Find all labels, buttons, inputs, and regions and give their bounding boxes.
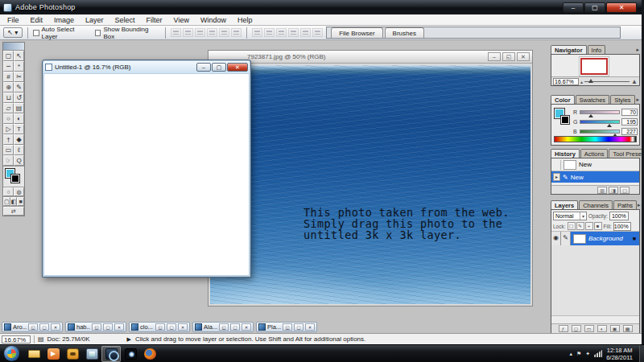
- minimize-button[interactable]: –: [488, 52, 501, 61]
- tab-paths[interactable]: Paths: [613, 200, 637, 209]
- minimized-document-0[interactable]: Aro...◱▢✕: [2, 322, 63, 332]
- zoom-slider[interactable]: [584, 81, 630, 82]
- close-button[interactable]: ✕: [305, 323, 315, 331]
- green-value[interactable]: 195: [621, 118, 638, 125]
- mask-mode-button-0[interactable]: ○: [3, 187, 14, 196]
- restore-button[interactable]: ◱: [283, 323, 292, 331]
- status-zoom-field[interactable]: 16.67%: [2, 335, 31, 343]
- show-desktop-button[interactable]: [639, 345, 644, 362]
- close-button[interactable]: ✕: [227, 63, 248, 72]
- tab-history[interactable]: History: [551, 149, 580, 158]
- menu-item-file[interactable]: File: [2, 14, 25, 26]
- close-button[interactable]: ✕: [517, 52, 530, 61]
- tool-slice[interactable]: ✂: [14, 72, 24, 82]
- lock-toggle-1[interactable]: ✎: [576, 222, 584, 230]
- tool-pen[interactable]: †: [3, 134, 14, 145]
- maximize-button[interactable]: ▢: [167, 323, 176, 331]
- restore-button[interactable]: ◱: [219, 323, 229, 331]
- blue-slider[interactable]: [580, 130, 620, 134]
- tool-path-selection[interactable]: ▷: [3, 124, 14, 134]
- red-value[interactable]: 70: [621, 109, 638, 116]
- delete-layer-button[interactable]: ▦: [623, 325, 633, 332]
- align-button-5[interactable]: [231, 28, 242, 37]
- tool-rectangular-marquee[interactable]: ▢: [3, 51, 14, 61]
- tab-swatches[interactable]: Swatches: [576, 95, 610, 104]
- document-window-ocean[interactable]: 7923871.jpg @ 50% (RGB) – ◱ ✕ This photo…: [208, 50, 533, 306]
- menu-item-image[interactable]: Image: [48, 14, 80, 26]
- set-source-column[interactable]: [553, 160, 561, 170]
- tool-eraser[interactable]: ▱: [3, 103, 14, 113]
- taskbar-clock[interactable]: 12:18 AM 6/28/2011: [606, 347, 633, 361]
- action-center-flag-icon[interactable]: ⚑: [576, 351, 581, 357]
- history-snapshot-row[interactable]: New: [551, 158, 639, 171]
- lock-toggle-3[interactable]: ■: [594, 222, 602, 230]
- screen-mode-button-0[interactable]: ▢: [3, 197, 10, 206]
- menu-item-select[interactable]: Select: [109, 14, 141, 26]
- menu-item-filter[interactable]: Filter: [141, 14, 168, 26]
- navigator-zoom-field[interactable]: 16.67%: [553, 78, 579, 85]
- minimized-document-1[interactable]: hab...◱▢✕: [65, 322, 126, 332]
- doc-size-text[interactable]: Doc: 25.7M/0K: [47, 335, 90, 343]
- tool-crop[interactable]: #: [3, 72, 14, 82]
- document-window-untitled[interactable]: Untitled-1 @ 16.7% (RGB) – ▢ ✕: [42, 60, 251, 278]
- minimized-document-4[interactable]: Pla...◱▢✕: [256, 322, 317, 332]
- opacity-field[interactable]: 100%: [609, 212, 629, 220]
- close-button[interactable]: ✕: [606, 2, 637, 13]
- menu-item-edit[interactable]: Edit: [25, 14, 49, 26]
- taskbar-icon-image-viewer[interactable]: [82, 346, 101, 362]
- ocean-photo[interactable]: This photo taken from the web.Simply dra…: [210, 65, 530, 304]
- close-button[interactable]: ✕: [51, 323, 60, 331]
- fill-field[interactable]: 100%: [613, 222, 631, 231]
- titlebar[interactable]: Adobe Photoshop – ▢ ✕: [0, 0, 642, 14]
- new-layer-button[interactable]: ▣: [610, 325, 620, 332]
- navigator-thumbnail[interactable]: [579, 56, 609, 76]
- green-slider[interactable]: [580, 120, 620, 124]
- background-color-swatch[interactable]: [10, 174, 20, 183]
- visibility-eye-icon[interactable]: ◉: [551, 232, 561, 245]
- maximize-button[interactable]: ▢: [584, 2, 605, 13]
- maximize-button[interactable]: ▢: [230, 323, 240, 331]
- maximize-button[interactable]: ▢: [39, 323, 49, 331]
- distribute-button-3[interactable]: [288, 28, 299, 37]
- tool-move[interactable]: ↖: [14, 51, 24, 61]
- tool-type[interactable]: T: [14, 124, 24, 134]
- align-button-3[interactable]: [207, 28, 217, 37]
- tool-clone-stamp[interactable]: ⊔: [3, 93, 14, 103]
- toolbox-header[interactable]: [3, 43, 24, 51]
- zoom-out-icon[interactable]: ▴: [580, 79, 583, 84]
- align-button-1[interactable]: [183, 28, 193, 37]
- distribute-button-1[interactable]: [264, 28, 275, 37]
- lock-toggle-2[interactable]: +: [585, 222, 593, 230]
- restore-button[interactable]: ◱: [92, 323, 101, 331]
- minimized-document-2[interactable]: clo...◱▢✕: [129, 322, 190, 332]
- tool-history-brush[interactable]: ↺: [14, 93, 24, 103]
- minimize-button[interactable]: –: [196, 63, 211, 72]
- snapshot-thumbnail[interactable]: [564, 160, 576, 170]
- untitled-titlebar[interactable]: Untitled-1 @ 16.7% (RGB) – ▢ ✕: [43, 61, 250, 73]
- tool-dodge[interactable]: ◐: [14, 113, 24, 124]
- new-document-from-state-button[interactable]: ▥: [597, 187, 607, 194]
- palette-menu-icon[interactable]: ▸: [638, 200, 642, 209]
- layer-style-button[interactable]: ƒ: [559, 325, 568, 332]
- adjustment-layer-button[interactable]: ◐: [597, 325, 607, 332]
- tray-expand-icon[interactable]: ▴: [570, 351, 573, 357]
- layer-group-button[interactable]: ▭: [584, 325, 594, 332]
- layer-thumbnail[interactable]: [573, 234, 586, 244]
- menu-item-help[interactable]: Help: [232, 14, 258, 26]
- palette-menu-icon[interactable]: ▸: [636, 95, 640, 104]
- layer-mask-button[interactable]: ◻: [572, 325, 581, 332]
- taskbar-icon-explorer[interactable]: [24, 346, 43, 362]
- tab-actions[interactable]: Actions: [580, 149, 609, 158]
- navigator-view-box[interactable]: [580, 58, 608, 75]
- taskbar-icon-photo-app[interactable]: [63, 346, 82, 362]
- screen-mode-button-1[interactable]: ◧: [10, 197, 18, 206]
- checkbox-icon[interactable]: [33, 30, 39, 36]
- taskbar-icon-media-player[interactable]: ▶: [43, 346, 63, 362]
- layer-name[interactable]: Background: [588, 235, 633, 242]
- blue-value[interactable]: 227: [621, 128, 638, 135]
- start-button[interactable]: [4, 346, 19, 361]
- distribute-button-5[interactable]: [312, 28, 323, 37]
- tab-navigator[interactable]: Navigator: [551, 45, 587, 54]
- distribute-button-2[interactable]: [276, 28, 287, 37]
- show-bounding-box-checkbox[interactable]: Show Bounding Box: [95, 26, 161, 40]
